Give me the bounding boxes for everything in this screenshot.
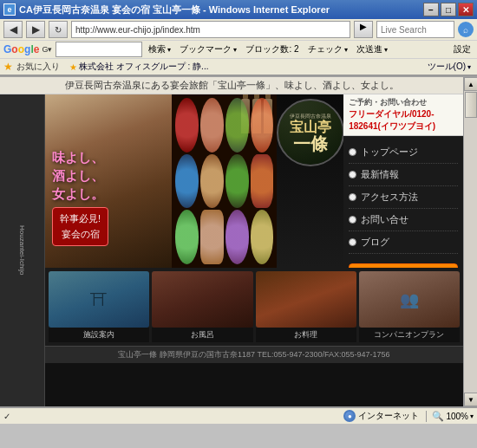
- free-dial: フリーダイヤル/0120-182641(イワツブヨイ): [349, 108, 458, 133]
- thumb-companion[interactable]: コンパニオンプラン: [359, 271, 460, 342]
- go-button[interactable]: ▶: [354, 21, 373, 38]
- internet-zone: ● インターネット: [343, 410, 419, 422]
- banquet-sign: 幹事必見! 宴会の宿: [52, 207, 108, 246]
- thumb-img-companion: [359, 271, 460, 328]
- site-tagline: 伊豆長岡古奈温泉にある宴会旅館「宝山亭一條」、味よし、酒よし、女よし。: [0, 77, 463, 94]
- thumb-food[interactable]: お料理: [256, 271, 356, 342]
- back-button[interactable]: ◀: [3, 21, 23, 38]
- title-bar: e CA伊豆長岡古奈温泉 宴会の宿 宝山亭一條 - Windows Intern…: [0, 0, 477, 19]
- nav-dot: [349, 216, 356, 224]
- address-toolbar: ◀ ▶ ↻ ▶ ⌕: [0, 19, 477, 40]
- hero-tagline: 味よし、 酒よし、 女よし。: [52, 148, 108, 203]
- content-top: 味よし、 酒よし、 女よし。 幹事必見! 宴会の宿: [45, 94, 463, 268]
- favorites-icon: ★: [3, 61, 13, 73]
- refresh-button[interactable]: ↻: [49, 21, 68, 38]
- food-item-6: [200, 154, 224, 209]
- main-site-content: 味よし、 酒よし、 女よし。 幹事必見! 宴会の宿: [45, 94, 463, 406]
- left-panel-label: Houzantei-Ichijo: [18, 225, 26, 275]
- thumb-img-bath: [152, 271, 252, 328]
- food-item-9: [175, 210, 199, 264]
- scroll-down-button[interactable]: ▼: [464, 393, 477, 406]
- food-item-4: [251, 98, 274, 153]
- zoom-icon: 🔍: [432, 411, 444, 422]
- window-controls: − □ ✕: [423, 3, 474, 16]
- food-item-5: [175, 154, 199, 209]
- close-button[interactable]: ✕: [458, 3, 474, 16]
- thumb-facility[interactable]: 施設案内: [49, 271, 149, 342]
- thumb-label-bath: お風呂: [152, 328, 252, 342]
- search-button[interactable]: ⌕: [458, 22, 474, 37]
- google-toolbar: Google G▾ 検索 ▾ ブックマーク ▾ ブロック数: 2 チェック ▾ …: [0, 40, 477, 58]
- nav-dot: [349, 171, 356, 179]
- thumb-label-food: お料理: [256, 328, 356, 342]
- food-grid: [175, 98, 273, 264]
- food-item-11: [225, 210, 249, 264]
- contact-title: ご予約・お問い合わせ: [349, 97, 458, 108]
- nav-item-news[interactable]: 最新情報: [349, 164, 458, 186]
- logo-panel: 伊豆長岡古奈温泉 宝山亭 一條: [277, 94, 343, 268]
- nav-item-blog[interactable]: ブログ: [349, 231, 458, 254]
- check-button[interactable]: チェック ▾: [305, 42, 350, 56]
- nav-dot: [349, 238, 356, 246]
- thumb-img-facility: [49, 271, 149, 328]
- hero-left-panel: 味よし、 酒よし、 女よし。 幹事必見! 宴会の宿: [45, 94, 172, 268]
- nav-item-contact[interactable]: お問い合せ: [349, 209, 458, 231]
- zoom-level: 🔍 100% ▾: [426, 411, 474, 422]
- hero-text-overlay: 味よし、 酒よし、 女よし。 幹事必見! 宴会の宿: [52, 148, 108, 246]
- address-input[interactable]: [71, 21, 350, 38]
- food-item-10: [200, 210, 224, 264]
- status-bar: ✓ ● インターネット 🔍 100% ▾: [0, 406, 477, 424]
- thumb-label-facility: 施設案内: [49, 328, 149, 342]
- nav-item-top[interactable]: トップページ: [349, 141, 458, 164]
- nav-item-access[interactable]: アクセス方法: [349, 186, 458, 209]
- google-search-input[interactable]: [56, 42, 142, 57]
- website-content: 伊豆長岡古奈温泉にある宴会旅館「宝山亭一條」、味よし、酒よし、女よし。 Houz…: [0, 77, 463, 406]
- forward-button[interactable]: ▶: [26, 21, 45, 38]
- logo-kanji-2: 一條: [293, 135, 328, 153]
- nav-dot: [349, 193, 356, 201]
- ie-icon: e: [3, 3, 16, 16]
- google-logo: Google G▾: [3, 43, 52, 55]
- food-item-3: [225, 98, 249, 153]
- nav-dot: [349, 148, 356, 156]
- block-button[interactable]: ブロック数: 2: [243, 42, 301, 56]
- food-item-2: [200, 98, 224, 153]
- scrollbar[interactable]: ▲ ▼: [463, 77, 477, 406]
- contact-block: ご予約・お問い合わせ フリーダイヤル/0120-182641(イワツブヨイ): [343, 94, 463, 136]
- thumb-label-companion: コンパニオンプラン: [359, 328, 460, 342]
- scroll-track: [464, 91, 477, 393]
- food-item-1: [175, 98, 199, 153]
- minimize-button[interactable]: −: [423, 3, 439, 16]
- fav-item-tools[interactable]: ツール(O) ▾: [425, 60, 474, 74]
- food-item-12: [251, 210, 274, 264]
- favorites-label: お気に入り: [16, 61, 60, 73]
- site-left-panel: Houzantei-Ichijo: [0, 94, 45, 406]
- scroll-thumb[interactable]: [465, 92, 477, 118]
- browser-main-area: 伊豆長岡古奈温泉にある宴会旅館「宝山亭一條」、味よし、酒よし、女よし。 Houz…: [0, 77, 477, 406]
- bookmark-button[interactable]: ブックマーク ▾: [177, 42, 239, 56]
- site-footer: 宝山亭一條 静岡県伊豆の国市古奈1187 TEL:055-947-2300/FA…: [45, 346, 463, 363]
- scroll-up-button[interactable]: ▲: [464, 77, 477, 91]
- status-right: ● インターネット 🔍 100% ▾: [343, 410, 474, 422]
- logo-kanji-1: 宝山亭: [290, 120, 331, 135]
- favorites-bar: ★ お気に入り ★ 株式会社 オフィスグループ : 静... ツール(O) ▾: [0, 58, 477, 76]
- right-info-panel: ご予約・お問い合わせ フリーダイヤル/0120-182641(イワツブヨイ) ト…: [343, 94, 463, 268]
- logo-circle: 伊豆長岡古奈温泉 宝山亭 一條: [277, 99, 343, 166]
- fav-item-1[interactable]: ★ 株式会社 オフィスグループ : 静...: [67, 60, 211, 74]
- food-item-7: [225, 154, 249, 209]
- thumbnails-section: 施設案内 お風呂 お料理 コンパニオンプラン: [45, 268, 463, 346]
- restore-button[interactable]: □: [441, 3, 456, 16]
- settings-button[interactable]: 設定: [451, 42, 474, 56]
- food-panel: [172, 94, 277, 268]
- thumb-img-food: [256, 271, 356, 328]
- forward-button-google[interactable]: 次送進 ▾: [354, 42, 390, 56]
- status-text: ✓: [3, 412, 10, 421]
- window-title: CA伊豆長岡古奈温泉 宴会の宿 宝山亭一條 - Windows Internet…: [19, 3, 330, 16]
- food-item-8: [251, 154, 274, 209]
- address-bar-area: ◀ ▶ ↻ ▶ ⌕ Google G▾ 検索 ▾ ブック: [0, 19, 477, 77]
- live-search-input[interactable]: [376, 21, 454, 38]
- google-search-button[interactable]: 検索 ▾: [146, 42, 173, 56]
- thumb-bath[interactable]: お風呂: [152, 271, 252, 342]
- globe-icon: ●: [343, 410, 356, 422]
- navigation-menu: トップページ 最新情報 アクセス方法: [343, 136, 463, 259]
